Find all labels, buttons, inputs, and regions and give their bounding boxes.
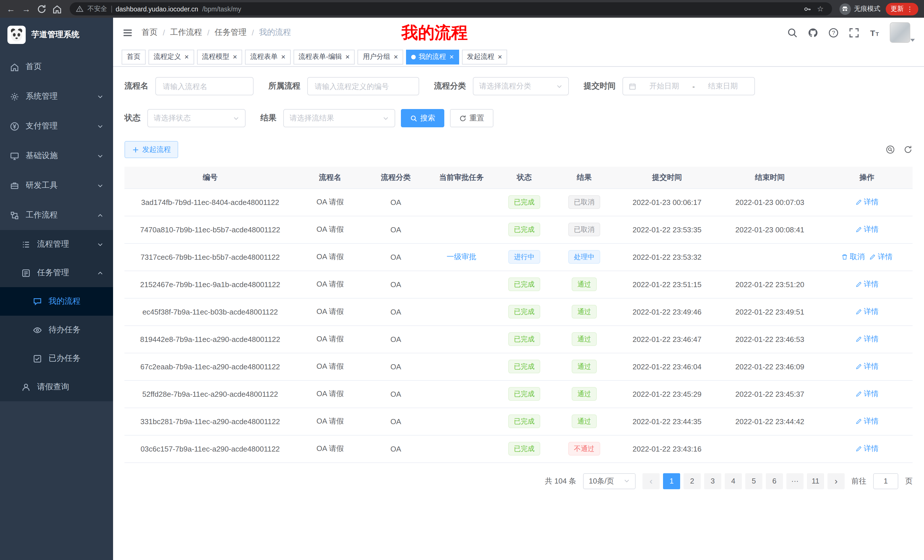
- tab-process-form[interactable]: 流程表单×: [245, 49, 290, 64]
- app-logo[interactable]: 芋道管理系统: [0, 18, 113, 52]
- process-name-label: 流程名: [124, 81, 148, 91]
- page-size-select[interactable]: 10条/页: [583, 473, 636, 489]
- forward-icon[interactable]: →: [21, 4, 32, 14]
- result-select[interactable]: 请选择流结果: [283, 109, 395, 127]
- sidebar-item-system-management[interactable]: 系统管理: [0, 82, 113, 111]
- detail-link[interactable]: 详情: [855, 279, 879, 289]
- close-icon[interactable]: ×: [281, 53, 285, 60]
- more-pages-button[interactable]: ···: [786, 473, 804, 489]
- search-icon[interactable]: [787, 27, 798, 38]
- page-button-3[interactable]: 3: [704, 473, 721, 489]
- incognito-icon: [839, 3, 850, 15]
- sidebar-item-payment-management[interactable]: 支付管理: [0, 111, 113, 141]
- sidebar-item-infrastructure[interactable]: 基础设施: [0, 141, 113, 171]
- breadcrumb-item[interactable]: 首页: [142, 27, 158, 38]
- tab-user-group[interactable]: 用户分组×: [358, 49, 403, 64]
- tab-home[interactable]: 首页: [122, 49, 146, 64]
- detail-link-label: 详情: [864, 307, 879, 317]
- start-process-button[interactable]: 发起流程: [124, 141, 178, 158]
- tab-process-form-edit[interactable]: 流程表单-编辑×: [294, 49, 355, 64]
- tab-process-model[interactable]: 流程模型×: [197, 49, 242, 64]
- detail-link[interactable]: 详情: [855, 225, 879, 235]
- close-icon[interactable]: ×: [449, 53, 454, 60]
- security-label[interactable]: 不安全: [87, 4, 107, 13]
- back-icon[interactable]: ←: [6, 4, 16, 14]
- tab-start-process[interactable]: 发起流程×: [462, 49, 507, 64]
- page-button-5[interactable]: 5: [745, 473, 762, 489]
- search-button[interactable]: 搜索: [401, 109, 444, 127]
- warning-icon: [76, 5, 83, 13]
- close-icon[interactable]: ×: [184, 53, 189, 60]
- close-icon[interactable]: ×: [345, 53, 350, 60]
- reload-icon[interactable]: [36, 4, 47, 14]
- fullscreen-icon[interactable]: [849, 27, 860, 38]
- detail-link[interactable]: 详情: [855, 307, 879, 317]
- hamburger-icon[interactable]: [122, 27, 133, 38]
- home-icon: [10, 62, 20, 72]
- cell-submit-time: 2022-01-22 23:44:35: [616, 407, 718, 435]
- detail-link[interactable]: 详情: [855, 416, 879, 427]
- update-button[interactable]: 更新 ⋮: [885, 3, 918, 15]
- tab-my-process[interactable]: 我的流程×: [406, 49, 459, 64]
- filter-row-1: 流程名 所属流程 流程分类 请选择流程分类: [124, 77, 913, 95]
- chevron-down-icon: [624, 478, 630, 484]
- toggle-search-icon[interactable]: [886, 145, 895, 154]
- sidebar-item-leave-query[interactable]: 请假查询: [0, 373, 113, 401]
- status-select[interactable]: 请选择状态: [147, 109, 246, 127]
- sidebar-item-my-process[interactable]: 我的流程: [0, 287, 113, 316]
- sidebar-item-workflow[interactable]: 工作流程: [0, 201, 113, 230]
- sidebar-item-process-management[interactable]: 流程管理: [0, 230, 113, 259]
- current-task-link[interactable]: 一级审批: [447, 252, 476, 262]
- sidebar-item-task-management[interactable]: 任务管理: [0, 259, 113, 287]
- next-page-button[interactable]: ›: [828, 473, 844, 489]
- page-button-1[interactable]: 1: [663, 473, 680, 489]
- star-icon[interactable]: ☆: [815, 4, 825, 14]
- close-icon[interactable]: ×: [498, 53, 502, 60]
- page-button-4[interactable]: 4: [725, 473, 742, 489]
- refresh-table-icon[interactable]: [903, 145, 913, 154]
- github-icon[interactable]: [807, 27, 818, 38]
- key-icon[interactable]: [803, 5, 811, 13]
- page-button-2[interactable]: 2: [684, 473, 701, 489]
- detail-link-label: 详情: [864, 361, 879, 371]
- sidebar-item-dev-tools[interactable]: 研发工具: [0, 171, 113, 201]
- sidebar-item-done-tasks[interactable]: 已办任务: [0, 344, 113, 373]
- breadcrumb-item[interactable]: 任务管理: [215, 27, 247, 38]
- url-host: dashboard.yudao.iocoder.cn: [116, 5, 198, 12]
- user-avatar[interactable]: [890, 22, 915, 43]
- menu-dots-icon[interactable]: ⋮: [907, 5, 913, 13]
- detail-link[interactable]: 详情: [855, 197, 879, 207]
- close-icon[interactable]: ×: [394, 53, 398, 60]
- help-icon[interactable]: ?: [828, 27, 839, 38]
- cell-submit-time: 2022-01-22 23:53:32: [616, 243, 718, 271]
- tab-process-definition[interactable]: 流程定义×: [148, 49, 194, 64]
- breadcrumb-item[interactable]: 工作流程: [170, 27, 202, 38]
- category-select[interactable]: 请选择流程分类: [473, 77, 569, 95]
- table-row: 819442e8-7b9a-11ec-a290-acde48001122 OA …: [124, 325, 913, 353]
- breadcrumb: 首页 / 工作流程 / 任务管理 / 我的流程: [142, 27, 291, 38]
- page-button-6[interactable]: 6: [766, 473, 783, 489]
- address-bar[interactable]: 不安全 dashboard.yudao.iocoder.cn/bpm/task/…: [70, 2, 832, 15]
- sidebar-item-home[interactable]: 首页: [0, 52, 113, 82]
- breadcrumb-separator: /: [207, 28, 210, 37]
- font-size-icon[interactable]: TT: [869, 27, 880, 38]
- parent-process-input[interactable]: [307, 77, 419, 95]
- cell-end-time: 2022-01-22 23:45:37: [718, 380, 821, 407]
- page-annotation: 我的流程: [402, 22, 468, 45]
- home-icon[interactable]: [52, 4, 62, 14]
- close-icon[interactable]: ×: [233, 53, 237, 60]
- detail-link[interactable]: 详情: [869, 252, 892, 262]
- detail-link[interactable]: 详情: [855, 334, 879, 344]
- detail-link[interactable]: 详情: [855, 389, 879, 399]
- process-name-input[interactable]: [155, 77, 254, 95]
- goto-page-input[interactable]: [873, 473, 898, 489]
- detail-link[interactable]: 详情: [855, 443, 879, 454]
- prev-page-button[interactable]: ‹: [642, 473, 660, 489]
- tab-label: 流程表单: [250, 52, 278, 61]
- reset-button[interactable]: 重置: [450, 109, 494, 127]
- page-button-11[interactable]: 11: [807, 473, 824, 489]
- submit-time-range-picker[interactable]: 开始日期 - 结束日期: [622, 77, 755, 95]
- detail-link[interactable]: 详情: [855, 361, 879, 371]
- cancel-link[interactable]: 取消: [841, 252, 865, 262]
- sidebar-item-todo-tasks[interactable]: 待办任务: [0, 316, 113, 344]
